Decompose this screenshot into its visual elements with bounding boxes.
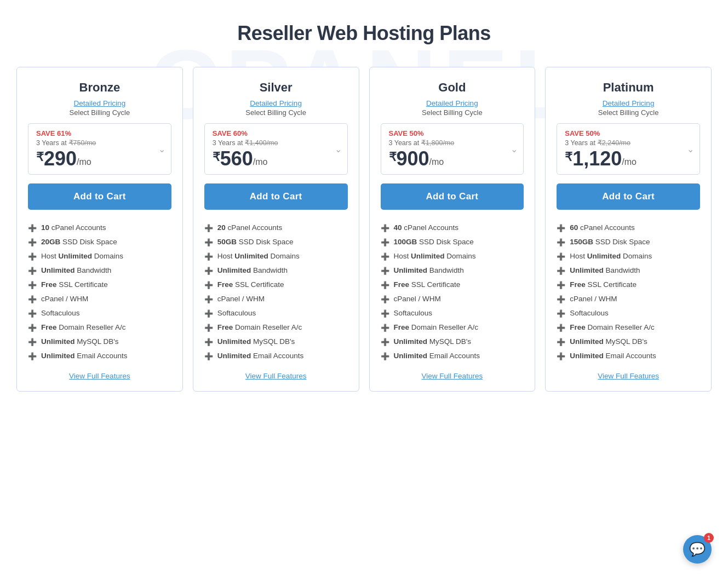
price-value-bronze: 290 <box>44 149 77 169</box>
feature-text-silver-2: Host Unlimited Domains <box>217 252 300 260</box>
features-list-silver: ➕20 cPanel Accounts➕50GB SSD Disk Space➕… <box>204 221 348 363</box>
current-price-platinum: ₹1,120/mo <box>565 149 692 169</box>
dropdown-arrow-silver[interactable]: ⌄ <box>335 144 342 154</box>
feature-item-platinum-7: ➕Free Domain Reseller A/c <box>557 320 700 335</box>
feature-icon-bronze-9: ➕ <box>28 352 37 360</box>
feature-icon-silver-5: ➕ <box>204 295 213 303</box>
feature-item-platinum-6: ➕Softaculous <box>557 306 700 320</box>
detailed-pricing-link-platinum[interactable]: Detailed Pricing <box>603 99 655 107</box>
detailed-pricing-link-bronze[interactable]: Detailed Pricing <box>74 99 126 107</box>
feature-text-bronze-7: Free Domain Reseller A/c <box>41 323 126 331</box>
feature-icon-bronze-6: ➕ <box>28 309 37 318</box>
feature-item-gold-7: ➕Free Domain Reseller A/c <box>381 320 524 335</box>
select-billing-gold: Select Billing Cycle <box>422 108 483 117</box>
view-features-link-silver[interactable]: View Full Features <box>245 372 307 380</box>
feature-item-silver-5: ➕cPanel / WHM <box>204 292 348 306</box>
add-to-cart-btn-gold[interactable]: Add to Cart <box>381 183 524 210</box>
feature-text-silver-7: Free Domain Reseller A/c <box>217 323 302 331</box>
feature-icon-platinum-1: ➕ <box>557 238 565 246</box>
feature-item-bronze-4: ➕Free SSL Certificate <box>28 278 171 292</box>
plan-name-platinum: Platinum <box>603 81 654 95</box>
save-badge-silver: SAVE 60% <box>213 129 340 137</box>
feature-text-platinum-0: 60 cPanel Accounts <box>570 223 635 232</box>
feature-icon-gold-1: ➕ <box>381 238 389 246</box>
feature-icon-bronze-4: ➕ <box>28 281 37 289</box>
feature-item-platinum-4: ➕Free SSL Certificate <box>557 278 700 292</box>
billing-cycle-gold: 3 Years at ₹1,800/mo <box>389 139 516 147</box>
add-to-cart-btn-bronze[interactable]: Add to Cart <box>28 183 171 210</box>
feature-item-platinum-5: ➕cPanel / WHM <box>557 292 700 306</box>
feature-item-bronze-6: ➕Softaculous <box>28 306 171 320</box>
feature-icon-platinum-8: ➕ <box>557 338 565 346</box>
detailed-pricing-link-gold[interactable]: Detailed Pricing <box>426 99 478 107</box>
pricing-box-silver[interactable]: SAVE 60%3 Years at ₹1,400/mo₹560/mo⌄ <box>204 123 348 175</box>
pricing-box-platinum[interactable]: SAVE 50%3 Years at ₹2,240/mo₹1,120/mo⌄ <box>557 123 700 175</box>
feature-text-platinum-1: 150GB SSD Disk Space <box>570 238 650 246</box>
feature-text-bronze-1: 20GB SSD Disk Space <box>41 238 117 246</box>
select-billing-platinum: Select Billing Cycle <box>598 108 659 117</box>
feature-text-gold-5: cPanel / WHM <box>394 295 441 303</box>
current-price-silver: ₹560/mo <box>213 149 340 169</box>
feature-item-silver-4: ➕Free SSL Certificate <box>204 278 348 292</box>
feature-item-platinum-9: ➕Unlimited Email Accounts <box>557 349 700 363</box>
feature-text-gold-6: Softaculous <box>394 309 433 317</box>
feature-icon-silver-0: ➕ <box>204 224 213 232</box>
feature-text-platinum-3: Unlimited Bandwidth <box>570 266 640 274</box>
feature-icon-gold-7: ➕ <box>381 324 389 332</box>
plan-name-silver: Silver <box>260 81 293 95</box>
view-features-link-gold[interactable]: View Full Features <box>422 372 483 380</box>
pricing-box-bronze[interactable]: SAVE 61%3 Years at ₹750/mo₹290/mo⌄ <box>28 123 171 175</box>
feature-text-bronze-0: 10 cPanel Accounts <box>41 223 106 232</box>
feature-item-bronze-1: ➕20GB SSD Disk Space <box>28 235 171 249</box>
dropdown-arrow-bronze[interactable]: ⌄ <box>158 144 165 154</box>
feature-item-silver-2: ➕Host Unlimited Domains <box>204 249 348 263</box>
detailed-pricing-link-silver[interactable]: Detailed Pricing <box>250 99 302 107</box>
feature-text-platinum-5: cPanel / WHM <box>570 295 617 303</box>
feature-text-platinum-7: Free Domain Reseller A/c <box>570 323 655 331</box>
feature-item-gold-3: ➕Unlimited Bandwidth <box>381 263 524 278</box>
feature-icon-platinum-4: ➕ <box>557 281 565 289</box>
feature-text-silver-9: Unlimited Email Accounts <box>217 352 304 360</box>
feature-icon-silver-2: ➕ <box>204 252 213 261</box>
feature-icon-gold-3: ➕ <box>381 267 389 275</box>
feature-icon-bronze-1: ➕ <box>28 238 37 246</box>
feature-item-bronze-3: ➕Unlimited Bandwidth <box>28 263 171 278</box>
feature-text-silver-8: Unlimited MySQL DB's <box>217 337 295 346</box>
feature-item-silver-7: ➕Free Domain Reseller A/c <box>204 320 348 335</box>
add-to-cart-btn-platinum[interactable]: Add to Cart <box>557 183 700 210</box>
add-to-cart-btn-silver[interactable]: Add to Cart <box>204 183 348 210</box>
feature-text-bronze-2: Host Unlimited Domains <box>41 252 123 260</box>
feature-text-silver-3: Unlimited Bandwidth <box>217 266 288 274</box>
feature-item-gold-2: ➕Host Unlimited Domains <box>381 249 524 263</box>
feature-text-bronze-6: Softaculous <box>41 309 80 317</box>
feature-text-bronze-4: Free SSL Certificate <box>41 280 108 289</box>
feature-icon-silver-6: ➕ <box>204 309 213 318</box>
billing-cycle-bronze: 3 Years at ₹750/mo <box>36 139 163 147</box>
dropdown-arrow-platinum[interactable]: ⌄ <box>687 144 694 154</box>
current-price-bronze: ₹290/mo <box>36 149 163 169</box>
feature-text-gold-1: 100GB SSD Disk Space <box>394 238 474 246</box>
price-value-gold: 900 <box>397 149 429 169</box>
feature-icon-gold-6: ➕ <box>381 309 389 318</box>
pricing-box-gold[interactable]: SAVE 50%3 Years at ₹1,800/mo₹900/mo⌄ <box>381 123 524 175</box>
view-features-link-bronze[interactable]: View Full Features <box>69 372 130 380</box>
feature-text-platinum-4: Free SSL Certificate <box>570 280 637 289</box>
save-badge-platinum: SAVE 50% <box>565 129 692 137</box>
feature-text-bronze-5: cPanel / WHM <box>41 295 88 303</box>
feature-icon-platinum-0: ➕ <box>557 224 565 232</box>
feature-item-bronze-7: ➕Free Domain Reseller A/c <box>28 320 171 335</box>
feature-item-platinum-1: ➕150GB SSD Disk Space <box>557 235 700 249</box>
dropdown-arrow-gold[interactable]: ⌄ <box>511 144 518 154</box>
feature-text-silver-5: cPanel / WHM <box>217 295 265 303</box>
feature-item-silver-6: ➕Softaculous <box>204 306 348 320</box>
feature-item-gold-5: ➕cPanel / WHM <box>381 292 524 306</box>
feature-text-silver-0: 20 cPanel Accounts <box>217 223 283 232</box>
feature-text-gold-3: Unlimited Bandwidth <box>394 266 464 274</box>
view-features-link-platinum[interactable]: View Full Features <box>598 372 659 380</box>
feature-item-silver-3: ➕Unlimited Bandwidth <box>204 263 348 278</box>
feature-icon-bronze-0: ➕ <box>28 224 37 232</box>
feature-text-gold-8: Unlimited MySQL DB's <box>394 337 472 346</box>
feature-icon-silver-4: ➕ <box>204 281 213 289</box>
feature-item-bronze-8: ➕Unlimited MySQL DB's <box>28 335 171 349</box>
chat-bubble-button[interactable]: 💬 1 <box>683 535 712 564</box>
